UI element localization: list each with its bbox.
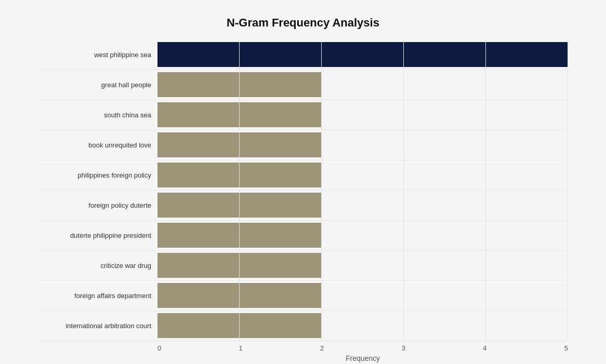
bar-fill <box>157 253 322 278</box>
bar-track <box>157 311 568 341</box>
x-axis-labels: 012345 <box>157 344 568 352</box>
bar-label: criticize war drug <box>38 262 157 269</box>
bar-fill <box>157 42 568 67</box>
x-axis-label: 5 <box>564 344 568 352</box>
x-axis-label: 4 <box>483 344 486 352</box>
bar-track <box>157 100 568 130</box>
x-axis-label: 0 <box>157 344 161 352</box>
bar-track <box>157 221 568 250</box>
bar-track <box>157 40 568 70</box>
bar-track <box>157 281 568 311</box>
x-axis-title: Frequency <box>157 354 568 362</box>
bar-track <box>157 251 568 280</box>
bar-fill <box>157 223 322 248</box>
bar-track <box>157 160 568 190</box>
bar-row: great hall people <box>38 70 568 100</box>
bar-row: international arbitration court <box>38 311 568 341</box>
bar-fill <box>157 102 322 127</box>
bar-row: south china sea <box>38 100 568 130</box>
chart-area: west philippine seagreat hall peoplesout… <box>38 40 568 341</box>
bar-label: duterte philippine president <box>38 232 157 239</box>
bar-label: south china sea <box>38 111 157 119</box>
bar-fill <box>157 193 322 218</box>
bar-label: philippines foreign policy <box>38 171 157 179</box>
bar-label: foreign policy duterte <box>38 201 157 209</box>
x-axis: 012345 <box>157 344 568 352</box>
bar-row: book unrequited love <box>38 130 568 160</box>
bar-row: criticize war drug <box>38 251 568 281</box>
bar-fill <box>157 132 322 157</box>
bar-track <box>157 70 568 100</box>
x-axis-label: 2 <box>320 344 324 352</box>
bar-fill <box>157 313 322 338</box>
bar-row: foreign affairs department <box>38 281 568 311</box>
chart-title: N-Gram Frequency Analysis <box>38 16 568 30</box>
bar-row: west philippine sea <box>38 40 568 70</box>
bar-fill <box>157 163 322 187</box>
bar-label: book unrequited love <box>38 141 157 149</box>
bar-row: foreign policy duterte <box>38 191 568 221</box>
bar-track <box>157 191 568 220</box>
bar-track <box>157 130 568 160</box>
bar-label: international arbitration court <box>38 322 157 330</box>
bar-row: philippines foreign policy <box>38 160 568 191</box>
chart-container: N-Gram Frequency Analysis west philippin… <box>17 6 589 359</box>
bar-label: great hall people <box>38 81 157 89</box>
x-axis-label: 3 <box>402 344 405 352</box>
bar-label: foreign affairs department <box>38 292 157 300</box>
bar-fill <box>157 283 322 308</box>
x-axis-label: 1 <box>239 344 243 352</box>
bar-fill <box>157 72 322 97</box>
bar-row: duterte philippine president <box>38 221 568 251</box>
bar-label: west philippine sea <box>38 51 157 59</box>
